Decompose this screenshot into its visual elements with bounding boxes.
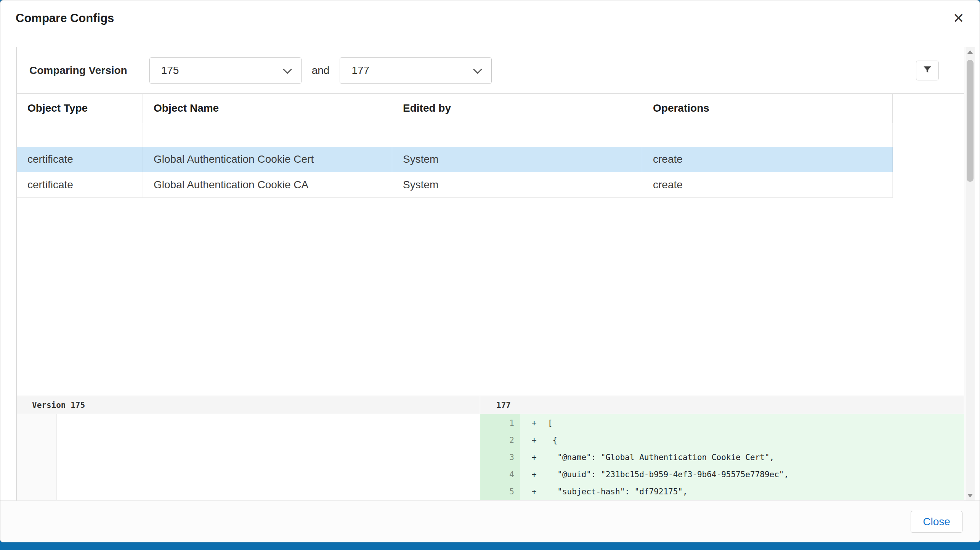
chevron-down-icon <box>473 64 482 77</box>
version-a-value: 175 <box>161 64 179 77</box>
column-header-object-type: Object Type <box>17 94 143 123</box>
compare-configs-dialog: Compare Configs ✕ Comparing Version 175 … <box>0 0 980 542</box>
dialog-footer: Close <box>0 500 980 542</box>
table-empty-area <box>17 198 964 396</box>
content-panel: Comparing Version 175 and 177 <box>16 47 964 500</box>
diff-line: 1 + [ <box>480 414 964 431</box>
table-header-row: Object Type Object Name Edited by Operat… <box>17 94 893 123</box>
line-number: 1 <box>480 414 520 431</box>
dialog-header: Compare Configs ✕ <box>0 0 980 36</box>
column-header-object-name: Object Name <box>143 94 392 123</box>
table-spacer-row <box>17 123 893 147</box>
diff-line: 3 + "@name": "Global Authentication Cook… <box>480 449 964 466</box>
column-header-edited-by: Edited by <box>392 94 642 123</box>
diff-line-text: "subject-hash": "df792175", <box>548 483 688 500</box>
scrollbar-thumb[interactable] <box>967 60 974 182</box>
diff-header-row: Version 175 177 <box>17 396 964 414</box>
line-number: 4 <box>480 466 520 483</box>
diff-line: 5 + "subject-hash": "df792175", <box>480 483 964 500</box>
cell-object-name: Global Authentication Cookie Cert <box>143 147 392 172</box>
app-background: { "modal": { "title": "Compare Configs",… <box>0 0 980 550</box>
diff-line-text: "@uuid": "231bc15d-b959-4ef3-9b64-95575e… <box>548 466 789 483</box>
scroll-down-arrow-icon[interactable] <box>967 494 973 497</box>
cell-object-type: certificate <box>17 172 143 197</box>
diff-line: 4 + "@uuid": "231bc15d-b959-4ef3-9b64-95… <box>480 466 964 483</box>
cell-object-name: Global Authentication Cookie CA <box>143 172 392 197</box>
diff-left-pane <box>17 414 480 500</box>
cell-edited-by: System <box>392 147 642 172</box>
diff-add-sign: + <box>520 414 548 431</box>
line-number: 5 <box>480 483 520 500</box>
cell-edited-by: System <box>392 172 642 197</box>
version-a-select[interactable]: 175 <box>149 57 302 84</box>
diff-line-text: [ <box>548 414 553 431</box>
compare-version-bar: Comparing Version 175 and 177 <box>17 47 964 94</box>
diff-left-version-label: Version 175 <box>17 396 480 414</box>
line-number: 3 <box>480 449 520 466</box>
diff-line-text: "@name": "Global Authentication Cookie C… <box>548 449 774 466</box>
line-number: 2 <box>480 431 520 449</box>
diff-add-sign: + <box>520 449 548 466</box>
cell-object-type: certificate <box>17 147 143 172</box>
diff-line-text: { <box>548 431 557 449</box>
diff-right-pane: 1 + [ 2 + { 3 + "@name": "Global Authent… <box>480 414 964 500</box>
version-b-select[interactable]: 177 <box>340 57 492 84</box>
diff-add-sign: + <box>520 431 548 449</box>
scroll-up-arrow-icon[interactable] <box>967 50 973 54</box>
comparing-version-label: Comparing Version <box>29 64 127 77</box>
close-icon[interactable]: ✕ <box>953 11 964 25</box>
version-b-value: 177 <box>351 64 369 77</box>
filter-icon <box>922 65 933 76</box>
diff-add-sign: + <box>520 483 548 500</box>
cell-operations: create <box>642 172 893 197</box>
table-row[interactable]: certificate Global Authentication Cookie… <box>17 147 893 172</box>
diff-right-version-label: 177 <box>480 396 964 414</box>
diff-body: 1 + [ 2 + { 3 + "@name": "Global Authent… <box>17 414 964 500</box>
column-header-operations: Operations <box>642 94 893 123</box>
changes-table: Object Type Object Name Edited by Operat… <box>17 94 893 198</box>
chevron-down-icon <box>283 64 292 77</box>
table-row[interactable]: certificate Global Authentication Cookie… <box>17 172 893 198</box>
and-label: and <box>312 64 330 77</box>
filter-button[interactable] <box>916 61 939 80</box>
cell-operations: create <box>642 147 893 172</box>
dialog-title: Compare Configs <box>16 11 114 25</box>
diff-left-gutter <box>17 414 57 500</box>
close-button[interactable]: Close <box>911 511 962 533</box>
vertical-scrollbar[interactable] <box>966 47 975 500</box>
diff-add-sign: + <box>520 466 548 483</box>
diff-line: 2 + { <box>480 431 964 449</box>
dialog-body: Comparing Version 175 and 177 <box>0 36 980 500</box>
